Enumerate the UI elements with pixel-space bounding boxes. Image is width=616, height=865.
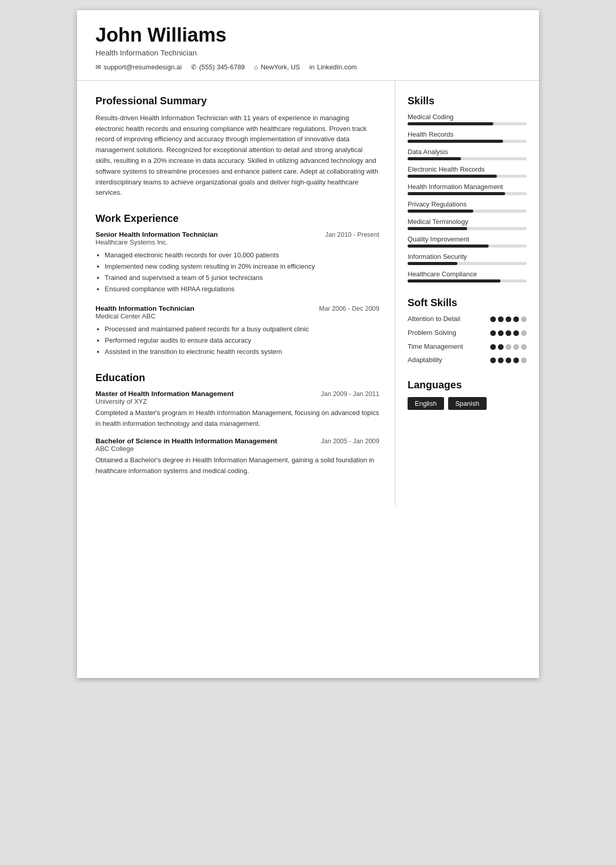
education-list: Master of Health Information Management …	[95, 390, 379, 477]
job-title: Health Information Technician	[95, 305, 195, 312]
skill-name: Health Information Management	[408, 183, 527, 191]
languages-section: Languages EnglishSpanish	[408, 379, 527, 410]
skill-bar-fill	[408, 245, 489, 248]
skill-name: Healthcare Compliance	[408, 270, 527, 278]
edu-date: Jan 2005 - Jan 2009	[321, 438, 379, 445]
skill-bar-fill	[408, 122, 493, 125]
skill-bar-container	[408, 227, 527, 230]
bullet: Ensured compliance with HIPAA regulation…	[105, 284, 379, 295]
skill-bar-container	[408, 245, 527, 248]
skill-bar-container	[408, 262, 527, 265]
dot-filled	[513, 330, 519, 336]
skill-bar-fill	[408, 262, 457, 265]
soft-skills-list: Attention to Detail Problem Solving Time…	[408, 315, 527, 365]
skill-name: Medical Coding	[408, 113, 527, 121]
right-column: Skills Medical Coding Health Records Dat…	[395, 81, 539, 505]
skill-bar-fill	[408, 227, 467, 230]
edu-desc: Completed a Master's program in Health I…	[95, 408, 379, 429]
dot-filled	[490, 358, 496, 363]
soft-skills-title: Soft Skills	[408, 297, 527, 309]
dot-filled	[490, 330, 496, 336]
skill-item-6: Medical Terminology	[408, 218, 527, 230]
skill-name: Information Security	[408, 253, 527, 260]
linkedin-icon: in	[310, 63, 315, 71]
job-company: Healthcare Systems Inc.	[95, 238, 379, 246]
language-tag-1: Spanish	[448, 397, 487, 410]
dot-filled	[506, 316, 511, 322]
bullet: Managed electronic health records for ov…	[105, 250, 379, 261]
jobs-list: Senior Health Information Technician Jan…	[95, 231, 379, 358]
skills-title: Skills	[408, 95, 527, 107]
contact-bar: ✉support@resumedesign.ai✆(555) 345-6789⌂…	[95, 63, 521, 71]
dot-empty	[506, 344, 511, 350]
dot-filled	[506, 330, 511, 336]
bullet: Assisted in the transition to electronic…	[105, 346, 379, 358]
skill-bar-container	[408, 192, 527, 195]
job-header: Senior Health Information Technician Jan…	[95, 231, 379, 238]
skills-section: Skills Medical Coding Health Records Dat…	[408, 95, 527, 283]
skill-name: Electronic Health Records	[408, 165, 527, 173]
resume-header: John Williams Health Information Technic…	[77, 10, 539, 81]
skill-name: Health Records	[408, 130, 527, 138]
skill-bar-fill	[408, 279, 500, 283]
edu-item-0: Master of Health Information Management …	[95, 390, 379, 429]
location-icon: ⌂	[254, 63, 258, 71]
skill-item-3: Electronic Health Records	[408, 165, 527, 178]
soft-skill-dots	[490, 344, 527, 350]
job-date: Jan 2010 - Present	[325, 231, 379, 238]
bullet: Performed regular audits to ensure data …	[105, 335, 379, 346]
candidate-title: Health Information Technician	[95, 48, 521, 57]
skills-list: Medical Coding Health Records Data Analy…	[408, 113, 527, 283]
skill-bar-fill	[408, 140, 503, 143]
soft-skill-name: Adaptability	[408, 356, 442, 365]
language-tags: EnglishSpanish	[408, 397, 527, 410]
soft-skill-dots	[490, 358, 527, 363]
skill-bar-container	[408, 210, 527, 213]
edu-item-1: Bachelor of Science in Health Informatio…	[95, 437, 379, 477]
edu-degree: Bachelor of Science in Health Informatio…	[95, 437, 277, 445]
skill-name: Quality Improvement	[408, 235, 527, 243]
phone-icon: ✆	[191, 63, 197, 71]
dot-filled	[513, 316, 519, 322]
dot-filled	[498, 344, 504, 350]
left-column: Professional Summary Results-driven Heal…	[77, 81, 395, 505]
skill-item-9: Healthcare Compliance	[408, 270, 527, 283]
contact-item-phone: ✆(555) 345-6789	[191, 63, 245, 71]
skill-bar-fill	[408, 157, 461, 160]
job-header: Health Information Technician Mar 2006 -…	[95, 305, 379, 312]
soft-skills-section: Soft Skills Attention to Detail Problem …	[408, 297, 527, 365]
soft-skill-item-1: Problem Solving	[408, 329, 527, 337]
edu-header: Bachelor of Science in Health Informatio…	[95, 437, 379, 445]
skill-name: Data Analysis	[408, 148, 527, 156]
edu-degree: Master of Health Information Management	[95, 390, 234, 398]
email-text: support@resumedesign.ai	[104, 63, 182, 71]
bullet: Processed and maintained patient records…	[105, 324, 379, 335]
soft-skill-item-2: Time Management	[408, 343, 527, 351]
language-tag-0: English	[408, 397, 444, 410]
soft-skill-dots	[490, 316, 527, 322]
education-title: Education	[95, 372, 379, 384]
work-experience-section: Work Experience Senior Health Informatio…	[95, 213, 379, 358]
languages-title: Languages	[408, 379, 527, 391]
skill-bar-fill	[408, 210, 473, 213]
email-icon: ✉	[95, 63, 101, 71]
job-item-1: Health Information Technician Mar 2006 -…	[95, 305, 379, 358]
skill-bar-container	[408, 140, 527, 143]
soft-skill-name: Problem Solving	[408, 329, 456, 337]
dot-filled	[513, 358, 519, 363]
summary-section: Professional Summary Results-driven Heal…	[95, 95, 379, 198]
dot-empty	[521, 316, 527, 322]
soft-skill-dots	[490, 330, 527, 336]
location-text: NewYork, US	[261, 63, 300, 71]
edu-desc: Obtained a Bachelor's degree in Health I…	[95, 455, 379, 477]
skill-item-5: Privacy Regulations	[408, 200, 527, 213]
dot-empty	[513, 344, 519, 350]
dot-filled	[490, 316, 496, 322]
work-experience-title: Work Experience	[95, 213, 379, 224]
dot-empty	[521, 358, 527, 363]
dot-empty	[521, 344, 527, 350]
dot-filled	[498, 358, 504, 363]
job-item-0: Senior Health Information Technician Jan…	[95, 231, 379, 295]
skill-item-7: Quality Improvement	[408, 235, 527, 248]
job-date: Mar 2006 - Dec 2009	[319, 305, 379, 312]
